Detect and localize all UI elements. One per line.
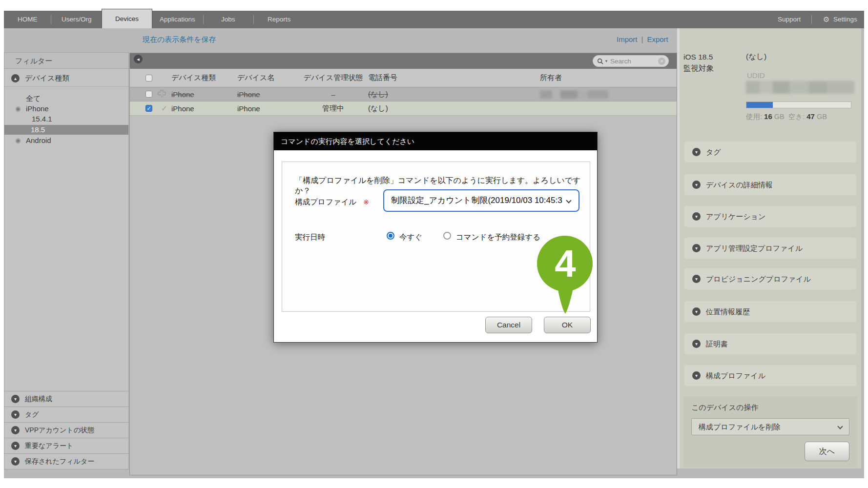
col-mgmt-status[interactable]: デバイス管理状態 xyxy=(298,73,368,82)
export-link[interactable]: Export xyxy=(647,35,668,43)
chevron-down-circle-icon: ▾ xyxy=(692,244,701,252)
link-divider: | xyxy=(641,35,643,43)
check-icon: ✓ xyxy=(157,104,171,113)
filter-section-device-type[interactable]: ▴ デバイス種類 xyxy=(4,69,128,87)
radio-run-now[interactable] xyxy=(387,232,394,240)
device-actions-title: このデバイスの操作 xyxy=(691,403,758,412)
section-config-profiles[interactable]: ▾ 構成プロファイル xyxy=(684,365,856,386)
nav-devices-tab[interactable]: Devices xyxy=(102,9,152,28)
cell-phone: (なし) xyxy=(368,90,540,99)
section-location-history[interactable]: ▾ 位置情報履歴 xyxy=(684,301,856,322)
search-scope-dropdown-icon[interactable]: ▼ xyxy=(604,59,608,63)
cell-device-type: iPhone xyxy=(171,90,237,99)
chevron-down-circle-icon: ▾ xyxy=(692,275,701,283)
step-annotation-pin: 4 xyxy=(536,235,598,317)
nav-users-org[interactable]: Users/Org xyxy=(62,11,92,28)
collapse-left-icon: ◂ xyxy=(137,56,140,62)
filter-item-iphone[interactable]: iPhone xyxy=(26,104,49,113)
col-phone[interactable]: 電話番号 xyxy=(368,73,540,82)
filter-panel-title: フィルター xyxy=(4,53,128,69)
nav-divider xyxy=(253,15,254,24)
cell-mgmt-status: 管理中 xyxy=(298,104,368,113)
section-tags[interactable]: ▾ タグ xyxy=(684,142,856,163)
col-device-name[interactable]: デバイス名 xyxy=(237,73,298,82)
step-number: 4 xyxy=(555,242,576,285)
radio-schedule-label: コマンドを予約登録する xyxy=(456,232,540,243)
storage-progress-bar xyxy=(746,102,851,108)
chevron-down-circle-icon: ▾ xyxy=(692,212,701,221)
row-checkbox[interactable] xyxy=(145,91,152,98)
search-clear-icon[interactable]: × xyxy=(658,58,665,65)
table-header-row: デバイス種類 デバイス名 デバイス管理状態 電話番号 所有者 xyxy=(130,69,677,87)
nav-divider xyxy=(51,15,51,24)
storage-progress-fill xyxy=(746,102,773,108)
chevron-down-circle-icon: ▾ xyxy=(11,426,20,434)
nav-jobs[interactable]: Jobs xyxy=(221,11,235,28)
chevron-down-circle-icon: ▾ xyxy=(692,181,701,189)
filter-section-vpp[interactable]: ▾ VPPアカウントの状態 xyxy=(4,422,128,437)
nav-support[interactable]: Support xyxy=(778,11,801,28)
filter-item-android[interactable]: Android xyxy=(26,136,51,144)
nav-home[interactable]: HOME xyxy=(18,11,38,28)
section-device-details[interactable]: ▾ デバイスの詳細情報 xyxy=(684,174,856,195)
section-app-mgmt-profiles[interactable]: ▾ アプリ管理設定プロファイル xyxy=(684,238,856,259)
nav-reports[interactable]: Reports xyxy=(268,11,290,28)
filter-section-saved[interactable]: ▾ 保存されたフィルター xyxy=(4,453,128,468)
device-detail-panel: iOS 18.5 監視対象 (なし) UDID 使用: 16 GB 空き: 47… xyxy=(680,28,861,468)
chevron-down-icon xyxy=(566,198,571,203)
radio-run-now-label: 今すぐ xyxy=(399,232,422,243)
save-view-link[interactable]: 現在の表示条件を保存 xyxy=(143,35,216,44)
device-action-select[interactable]: 構成プロファイルを削除 xyxy=(691,418,849,435)
filter-item-15-4-1[interactable]: 15.4.1 xyxy=(32,115,52,123)
udid-value-redacted xyxy=(746,81,854,94)
col-owner[interactable]: 所有者 xyxy=(540,73,677,82)
import-link[interactable]: Import xyxy=(617,35,638,43)
row-checkbox-checked[interactable]: ✓ xyxy=(145,105,152,112)
radio-icon: ◉ xyxy=(15,105,21,112)
device-os-version: iOS 18.5 xyxy=(683,53,713,61)
cell-mgmt-status: – xyxy=(298,90,368,99)
storage-usage-text: 使用: 16 GB 空き: 47 GB xyxy=(746,112,827,122)
profile-select[interactable]: 制限設定_アカウント制限(2019/10/03 10:45:3 xyxy=(383,189,579,212)
chevron-down-icon xyxy=(837,424,843,429)
collapse-filter-button[interactable]: ◂ xyxy=(134,55,143,63)
import-export-links: Import|Export xyxy=(617,35,668,43)
radio-icon: ◉ xyxy=(15,137,21,144)
section-applications[interactable]: ▾ アプリケーション xyxy=(684,206,856,227)
ok-button[interactable]: OK xyxy=(544,317,591,333)
filter-section-alerts[interactable]: ▾ 重要なアラート xyxy=(4,438,128,453)
search-input[interactable]: ▼ Search × xyxy=(593,55,669,67)
table-toolbar: ▼ Search × xyxy=(130,53,677,69)
chevron-down-circle-icon: ▾ xyxy=(692,371,701,380)
exec-datetime-label: 実行日時 xyxy=(295,232,325,243)
nav-applications[interactable]: Applications xyxy=(160,11,195,28)
radio-schedule[interactable] xyxy=(443,232,451,240)
section-provisioning-profiles[interactable]: ▾ プロビジョニングプロファイル xyxy=(684,268,856,289)
search-placeholder: Search xyxy=(610,58,658,65)
chevron-up-circle-icon: ▴ xyxy=(11,74,20,82)
filter-section-tags[interactable]: ▾ タグ xyxy=(4,407,128,422)
app-content: HOME Users/Org Devices Applications Jobs… xyxy=(4,11,864,478)
filter-section-org[interactable]: ▾ 組織構成 xyxy=(4,391,128,406)
col-device-type[interactable]: デバイス種類 xyxy=(171,73,237,82)
gear-icon: ⚙ xyxy=(823,11,829,28)
chevron-down-circle-icon: ▾ xyxy=(11,442,20,450)
select-all-checkbox[interactable] xyxy=(145,75,152,81)
top-navbar: HOME Users/Org Devices Applications Jobs… xyxy=(4,11,864,28)
section-certificates[interactable]: ▾ 証明書 xyxy=(684,333,856,354)
nav-settings[interactable]: Settings xyxy=(833,11,857,28)
device-none-value: (なし) xyxy=(746,52,766,62)
cell-device-name: iPhone xyxy=(237,90,298,99)
table-row-selected[interactable]: ✓ ✓ iPhone iPhone 管理中 (なし) xyxy=(130,102,677,116)
required-mark: ※ xyxy=(363,198,369,206)
filter-item-18-5-selected[interactable]: 18.5 xyxy=(4,125,128,135)
cell-device-type: iPhone xyxy=(171,104,237,113)
filter-panel: フィルター ▴ デバイス種類 全て ◉ iPhone 15.4.1 18.5 ◉… xyxy=(4,52,129,469)
device-actions-panel: このデバイスの操作 構成プロファイルを削除 次へ xyxy=(683,396,857,468)
udid-label: UDID xyxy=(747,71,765,80)
screen: HOME Users/Org Devices Applications Jobs… xyxy=(0,0,868,488)
cancel-button[interactable]: Cancel xyxy=(485,317,532,333)
table-row[interactable]: iPhone iPhone – (なし) xyxy=(130,87,677,102)
filter-item-all[interactable]: 全て xyxy=(26,94,41,103)
next-button[interactable]: 次へ xyxy=(805,442,849,461)
